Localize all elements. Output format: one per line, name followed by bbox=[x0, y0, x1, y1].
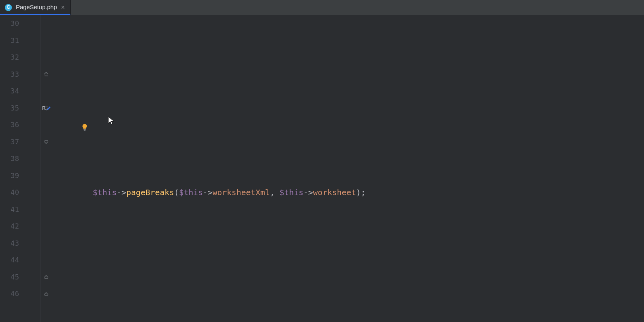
line-number[interactable]: 31 bbox=[0, 32, 19, 49]
line-number[interactable]: 46 bbox=[0, 285, 19, 303]
line-number[interactable]: 30 bbox=[0, 15, 19, 32]
line-number[interactable]: 38 bbox=[0, 150, 19, 167]
tab-pagesetup[interactable]: C PageSetup.php × bbox=[0, 0, 71, 15]
code-line[interactable]: return $unparsedLoadedData; bbox=[52, 319, 644, 322]
code-line[interactable] bbox=[52, 252, 644, 269]
line-number[interactable]: 40 bbox=[0, 184, 19, 201]
intention-bulb-icon[interactable] bbox=[52, 103, 60, 112]
line-number[interactable]: 39 bbox=[0, 167, 19, 184]
line-number[interactable]: 37 bbox=[0, 134, 19, 151]
editor[interactable]: 30 31 32 33 34 35 R 36 37 38 39 40 41 42… bbox=[0, 15, 644, 322]
php-class-file-icon: C bbox=[5, 4, 12, 11]
gutter[interactable]: 30 31 32 33 34 35 R 36 37 38 39 40 41 42… bbox=[0, 15, 41, 322]
fold-end-icon[interactable] bbox=[43, 291, 49, 297]
mouse-cursor-icon bbox=[78, 97, 87, 105]
code-area[interactable]: $this->pageBreaks($this->worksheetXml, $… bbox=[52, 15, 644, 322]
tab-bar: C PageSetup.php × bbox=[0, 0, 644, 15]
line-number[interactable]: 33 bbox=[0, 66, 19, 83]
fold-column[interactable] bbox=[41, 15, 52, 322]
line-number[interactable]: 35 bbox=[0, 100, 19, 117]
line-number[interactable]: 43 bbox=[0, 235, 19, 252]
fold-end-icon[interactable] bbox=[43, 72, 49, 77]
line-number[interactable]: 32 bbox=[0, 49, 19, 66]
close-icon[interactable]: × bbox=[61, 4, 64, 11]
fold-start-icon[interactable] bbox=[43, 139, 49, 145]
line-number[interactable]: 36 bbox=[0, 116, 19, 134]
svg-rect-0 bbox=[84, 129, 86, 130]
fold-start-icon[interactable] bbox=[43, 106, 49, 111]
tab-label: PageSetup.php bbox=[16, 0, 57, 16]
svg-rect-1 bbox=[84, 130, 86, 130]
line-number[interactable]: 34 bbox=[0, 83, 19, 100]
line-number[interactable]: 44 bbox=[0, 252, 19, 269]
line-number[interactable]: 41 bbox=[0, 201, 19, 218]
code-line[interactable]: $this->pageBreaks($this->worksheetXml, $… bbox=[52, 184, 644, 201]
line-number[interactable]: 45 bbox=[0, 269, 19, 286]
fold-end-icon[interactable] bbox=[43, 274, 49, 280]
line-number[interactable]: 42 bbox=[0, 218, 19, 235]
